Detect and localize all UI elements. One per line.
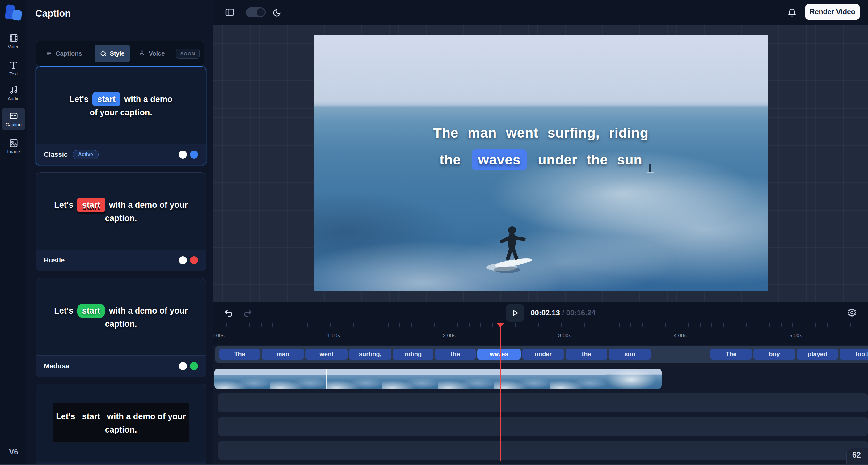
sidebar-item-caption[interactable]: Caption: [2, 108, 25, 130]
color-dot-white[interactable]: [179, 151, 187, 158]
style-card-classic[interactable]: Let's start with a demo of your caption.…: [35, 66, 206, 166]
time-separator: /: [560, 309, 566, 317]
empty-track-row[interactable]: [218, 441, 868, 460]
highlight-chip: start: [77, 303, 105, 318]
color-dot-accent[interactable]: [190, 256, 198, 264]
timecode: 00:02.13 / 00:16.24: [531, 302, 595, 323]
corner-value: 62: [852, 451, 861, 459]
total-time: 00:16.24: [566, 309, 595, 317]
word-block[interactable]: The: [710, 349, 752, 359]
video-thumbnail: [550, 369, 606, 389]
timeline-ruler[interactable]: 0.00s 1.00s 2.00s 3.00s 4.00s 5.00s: [213, 323, 868, 345]
sidebar-item-video[interactable]: Video: [2, 31, 25, 51]
video-thumbnail: [382, 369, 438, 389]
logo-shape-light: [12, 9, 22, 21]
undo-icon[interactable]: [224, 308, 234, 318]
video-clip-track[interactable]: [214, 369, 662, 389]
caption-line-1: The man went surfing, riding: [313, 125, 768, 141]
card-preview: Let's start with a demo of your caption.: [36, 67, 206, 144]
style-card-medusa[interactable]: Let's start with a demo of your caption.…: [35, 278, 206, 377]
word-block[interactable]: the: [435, 349, 476, 359]
color-dot-accent[interactable]: [190, 151, 198, 158]
soon-badge: SOON: [176, 49, 199, 59]
color-dots: [179, 362, 198, 370]
tab-label: Voice: [149, 50, 165, 57]
tab-label: Style: [110, 50, 125, 57]
text-icon: [2, 61, 25, 70]
video-thumbnail: [438, 369, 494, 389]
app-version: V6: [0, 448, 27, 456]
word-block[interactable]: went: [306, 349, 347, 359]
card-footer: Medusa: [36, 355, 206, 377]
caption-line-2: the waves under the sun: [313, 149, 768, 170]
word-block[interactable]: the: [566, 349, 607, 359]
surfer-silhouette: [480, 216, 545, 275]
sidebar-item-audio[interactable]: Audio: [2, 83, 25, 103]
style-card-minimal[interactable]: Let's start with a demo of your caption.…: [35, 384, 206, 465]
player-toolbar: 00:02.13 / 00:16.24: [213, 302, 868, 323]
ruler-label: 5.00s: [789, 333, 802, 339]
play-icon: [510, 308, 520, 318]
timeline-settings-gear-icon[interactable]: [847, 308, 857, 318]
play-button[interactable]: [506, 304, 524, 322]
image-icon: [2, 139, 25, 148]
active-badge: Active: [72, 150, 98, 159]
video-thumbnail: [214, 369, 270, 389]
app-logo[interactable]: [5, 4, 22, 21]
playhead-line[interactable]: [500, 324, 501, 461]
tab-label: Captions: [56, 50, 82, 57]
video-caption-overlay: The man went surfing, riding the waves u…: [313, 125, 768, 170]
microphone-icon: [139, 50, 146, 57]
timeline-tracks: The man went surfing, riding the waves u…: [213, 345, 868, 465]
render-video-button[interactable]: Render Video: [805, 4, 860, 20]
empty-track-row[interactable]: [218, 417, 868, 436]
moon-icon[interactable]: [273, 8, 282, 17]
style-card-hustle[interactable]: Let's start with a demo of your caption.…: [35, 172, 206, 271]
style-card-list: Let's start with a demo of your caption.…: [35, 66, 206, 465]
color-dots: [179, 151, 198, 158]
word-block[interactable]: sun: [609, 349, 651, 359]
card-name: Hustle: [44, 256, 65, 264]
distant-surfboard: [647, 172, 654, 173]
color-dot-white[interactable]: [179, 256, 187, 264]
playhead-handle[interactable]: [497, 323, 504, 328]
empty-track-row[interactable]: [218, 393, 868, 412]
card-footer: Hustle: [36, 250, 206, 271]
card-preview: Let's start with a demo of your caption.: [36, 173, 206, 250]
video-thumbnail: [606, 369, 662, 389]
ruler-ticks: [215, 323, 868, 327]
word-block[interactable]: riding: [393, 349, 433, 359]
theme-toggle[interactable]: [246, 7, 266, 17]
color-dot-accent[interactable]: [190, 362, 198, 370]
video-preview[interactable]: The man went surfing, riding the waves u…: [313, 35, 768, 291]
word-block[interactable]: boy: [753, 349, 796, 359]
tab-voice[interactable]: Voice: [133, 45, 165, 62]
notifications-bell-icon[interactable]: [787, 7, 797, 17]
main-area: Render Video The man: [213, 0, 868, 465]
word-block[interactable]: football: [840, 349, 868, 359]
sidebar-item-text[interactable]: Text: [2, 58, 25, 78]
word-block[interactable]: under: [522, 349, 564, 359]
icon-rail: Video Text Audio Caption Image V6: [0, 0, 28, 465]
topbar-divider: [238, 7, 238, 17]
main-topbar: Render Video: [213, 0, 868, 25]
sidebar-item-image[interactable]: Image: [2, 136, 25, 156]
panel-header-divider: [27, 29, 213, 29]
tab-captions[interactable]: Captions: [40, 45, 88, 62]
color-dot-white[interactable]: [179, 362, 187, 370]
word-block[interactable]: man: [261, 349, 304, 359]
caption-panel: Caption Captions Style Voice SOON Let's …: [27, 0, 213, 465]
toggle-sidebar-icon[interactable]: [225, 7, 235, 17]
sidebar-item-label: Caption: [2, 122, 25, 127]
ruler-label: 0.00s: [213, 333, 224, 339]
ruler-label: 1.00s: [327, 333, 340, 339]
word-block-active[interactable]: waves: [477, 349, 521, 359]
word-block[interactable]: surfing,: [349, 349, 391, 359]
word-block[interactable]: played: [797, 349, 838, 359]
redo-icon[interactable]: [243, 308, 253, 318]
music-note-icon: [2, 85, 25, 95]
highlighted-word-chip: waves: [472, 149, 527, 170]
word-block[interactable]: The: [219, 349, 260, 359]
tab-style[interactable]: Style: [95, 45, 130, 62]
bottom-scrollbar[interactable]: [0, 464, 868, 465]
